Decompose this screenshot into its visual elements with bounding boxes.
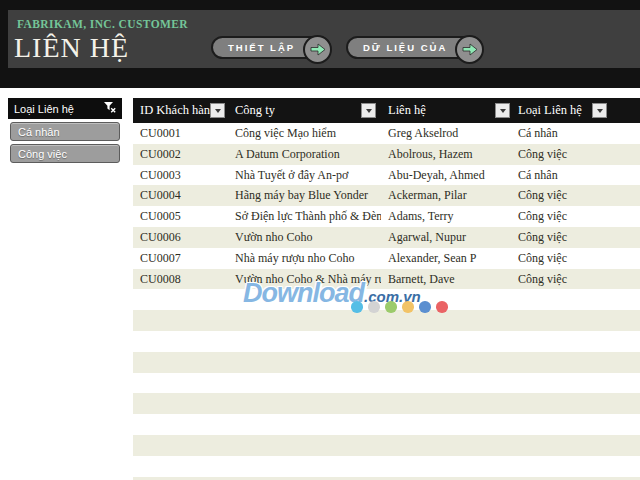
cell-contact: Adams, Terry: [381, 206, 515, 227]
empty-row: [133, 331, 640, 352]
empty-row: [133, 373, 640, 394]
cell-id: CU0005: [133, 206, 231, 227]
cell-type: Công việc: [515, 227, 640, 248]
slicer-option-ca-nhan[interactable]: Cá nhân: [10, 122, 120, 141]
banner-panel: FABRIKAM, INC. CUSTOMER LIÊN HỆ THIẾT LẬ…: [8, 10, 640, 68]
contact-type-slicer: Loại Liên hệ Cá nhân Công việc: [8, 98, 122, 163]
page-title: LIÊN HỆ: [14, 32, 129, 64]
cell-type: Công việc: [515, 269, 640, 290]
cell-id: CU0003: [133, 165, 231, 186]
empty-row: [133, 414, 640, 435]
empty-row: [133, 289, 640, 310]
company-label: FABRIKAM, INC. CUSTOMER: [17, 18, 188, 30]
data-button[interactable]: DỮ LIỆU CỦA: [346, 36, 483, 59]
table-body: CU0001Công việc Mạo hiểmGreg AkselrodCá …: [133, 123, 640, 480]
table-row[interactable]: CU0005Sở Điện lực Thành phố & ĐènAdams, …: [133, 206, 640, 227]
cell-company: Công việc Mạo hiểm: [231, 123, 381, 144]
cell-id: CU0001: [133, 123, 231, 144]
cell-id: CU0004: [133, 185, 231, 206]
cell-contact: Barnett, Dave: [381, 269, 515, 290]
cell-type: Công việc: [515, 185, 640, 206]
empty-row: [133, 477, 640, 480]
cell-id: CU0002: [133, 144, 231, 165]
arrow-right-icon: [455, 35, 484, 64]
table-row[interactable]: CU0003Nhà Tuyết ở đây An-pơAbu-Deyah, Ah…: [133, 165, 640, 186]
cell-id: CU0006: [133, 227, 231, 248]
arrow-right-icon: [303, 35, 332, 64]
cell-type: Công việc: [515, 206, 640, 227]
empty-row: [133, 393, 640, 414]
table-row[interactable]: CU0004Hãng máy bay Blue YonderAckerman, …: [133, 185, 640, 206]
slicer-title: Loại Liên hệ: [14, 103, 74, 115]
filter-dropdown-icon[interactable]: [210, 103, 225, 118]
cell-contact: Agarwal, Nupur: [381, 227, 515, 248]
clear-filter-icon[interactable]: [103, 101, 117, 116]
slicer-option-cong-viec[interactable]: Công việc: [10, 144, 120, 163]
cell-type: Cá nhân: [515, 165, 640, 186]
table-row[interactable]: CU0006Vườn nho CohoAgarwal, NupurCông vi…: [133, 227, 640, 248]
table-row[interactable]: CU0001Công việc Mạo hiểmGreg AkselrodCá …: [133, 123, 640, 144]
setup-button[interactable]: THIẾT LẬP: [211, 36, 331, 59]
cell-company: Vườn nho Coho & Nhà máy rượu nh: [231, 269, 381, 290]
column-header-company: Công ty: [231, 98, 381, 123]
contacts-table: ID Khách hàng Công ty Liên hệ Loại Liên …: [133, 98, 640, 480]
cell-contact: Alexander, Sean P: [381, 248, 515, 269]
cell-company: A Datum Corporation: [231, 144, 381, 165]
empty-row: [133, 310, 640, 331]
cell-company: Sở Điện lực Thành phố & Đèn: [231, 206, 381, 227]
cell-type: Công việc: [515, 144, 640, 165]
cell-company: Nhà máy rượu nho Coho: [231, 248, 381, 269]
table-row[interactable]: CU0002A Datum CorporationAbolrous, Hazem…: [133, 144, 640, 165]
slicer-header: Loại Liên hệ: [8, 98, 122, 119]
setup-button-label: THIẾT LẬP: [228, 42, 295, 53]
cell-company: Nhà Tuyết ở đây An-pơ: [231, 165, 381, 186]
cell-id: CU0007: [133, 248, 231, 269]
banner: FABRIKAM, INC. CUSTOMER LIÊN HỆ THIẾT LẬ…: [0, 0, 640, 88]
cell-contact: Abolrous, Hazem: [381, 144, 515, 165]
cell-company: Vườn nho Coho: [231, 227, 381, 248]
cell-company: Hãng máy bay Blue Yonder: [231, 185, 381, 206]
cell-contact: Abu-Deyah, Ahmed: [381, 165, 515, 186]
table-row[interactable]: CU0008Vườn nho Coho & Nhà máy rượu nhBar…: [133, 269, 640, 290]
data-button-label: DỮ LIỆU CỦA: [363, 42, 447, 53]
cell-type: Cá nhân: [515, 123, 640, 144]
table-row[interactable]: CU0007Nhà máy rượu nho CohoAlexander, Se…: [133, 248, 640, 269]
table-header-row: ID Khách hàng Công ty Liên hệ Loại Liên …: [133, 98, 640, 123]
column-header-customer-id: ID Khách hàng: [133, 98, 231, 123]
cell-id: CU0008: [133, 269, 231, 290]
cell-contact: Greg Akselrod: [381, 123, 515, 144]
empty-row: [133, 456, 640, 477]
cell-contact: Ackerman, Pilar: [381, 185, 515, 206]
filter-dropdown-icon[interactable]: [495, 103, 510, 118]
filter-dropdown-icon[interactable]: [361, 103, 376, 118]
cell-type: Công việc: [515, 248, 640, 269]
filter-dropdown-icon[interactable]: [592, 103, 607, 118]
empty-row: [133, 352, 640, 373]
empty-row: [133, 435, 640, 456]
column-header-contact: Liên hệ: [381, 98, 515, 123]
app-window: FABRIKAM, INC. CUSTOMER LIÊN HỆ THIẾT LẬ…: [0, 0, 640, 480]
column-header-contact-type: Loại Liên hệ: [515, 98, 640, 123]
